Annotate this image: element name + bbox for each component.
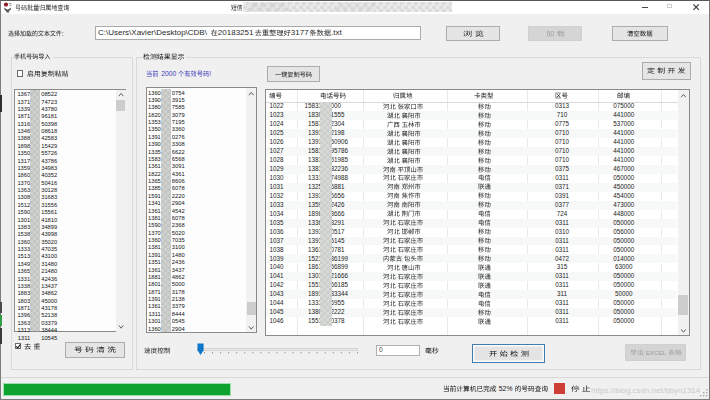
svg-text::: : xyxy=(62,30,64,37)
svg-text:2000: 2000 xyxy=(161,71,176,78)
svg-text:.txt: .txt xyxy=(331,29,342,38)
svg-text:!: ! xyxy=(209,71,211,78)
svg-text:3177: 3177 xyxy=(291,29,309,38)
svg-text:20183251: 20183251 xyxy=(218,29,254,38)
svg-text:52%: 52% xyxy=(499,385,513,392)
svg-text:EXCEL: EXCEL xyxy=(645,349,666,356)
svg-text:C:\Users\Xavier\Desktop\CDB\: C:\Users\Xavier\Desktop\CDB\ xyxy=(98,29,208,38)
